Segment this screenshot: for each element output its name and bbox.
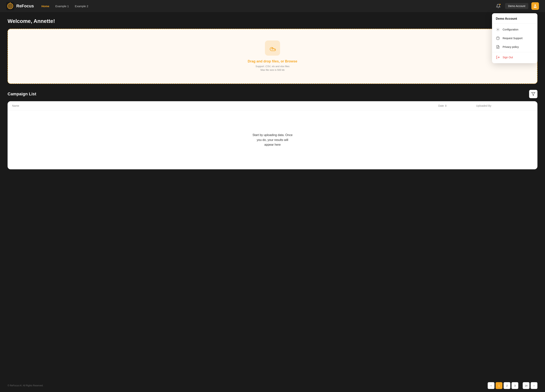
notification-dot	[499, 3, 501, 5]
svg-point-6	[497, 29, 498, 30]
account-button[interactable]: Demo Account	[505, 3, 528, 9]
signout-icon	[496, 55, 500, 59]
nav-example2[interactable]: Example 2	[75, 5, 88, 8]
col-date[interactable]: Date	[438, 104, 476, 107]
page-btn-1[interactable]: 1	[495, 382, 502, 389]
upload-cloud-icon	[269, 44, 276, 52]
brand-name: ReFocus	[16, 4, 34, 8]
campaign-title: Campaign List	[8, 92, 36, 97]
svg-point-4	[534, 5, 536, 6]
privacy-icon	[496, 45, 500, 49]
table-header: Name Date Uploaded By	[8, 101, 537, 110]
upload-heading-plain: Drag and drop files, or	[248, 59, 285, 63]
filter-button[interactable]	[529, 90, 537, 98]
dropdown-signout[interactable]: Sign Out	[492, 53, 537, 62]
svg-marker-5	[532, 92, 535, 96]
table-empty-state: Start by uploading data. Once you do, yo…	[8, 110, 537, 169]
svg-point-7	[496, 37, 500, 40]
upload-sub2: Max file size is 500 kb	[260, 68, 285, 71]
footer: © ReFocus AI. All Rights Reserved. ‹ 1 2…	[0, 379, 545, 392]
dropdown-support-label: Request Support	[503, 37, 522, 40]
col-uploaded-by: Uploaded By	[476, 104, 533, 107]
dropdown-support[interactable]: Request Support	[492, 34, 537, 43]
navbar-right: Demo Account	[495, 2, 539, 10]
upload-sub1: Support .CSV, xls and xlsx files	[255, 65, 289, 68]
col-name: Name	[12, 104, 438, 107]
dropdown-privacy-label: Privacy policy	[503, 45, 519, 49]
navbar: ReFocus Home Example 1 Example 2 Demo Ac…	[0, 0, 545, 12]
upload-browse-link[interactable]: Browse	[285, 59, 297, 63]
nav-links: Home Example 1 Example 2	[41, 5, 495, 8]
nav-home[interactable]: Home	[41, 5, 50, 8]
notification-button[interactable]	[495, 2, 502, 10]
logo-icon	[6, 2, 14, 10]
nav-example1[interactable]: Example 1	[56, 5, 69, 8]
sort-icon	[445, 105, 446, 107]
page-btn-14[interactable]: 14	[523, 382, 529, 389]
welcome-title: Welcome, Annette!	[8, 18, 537, 24]
dropdown-configuration[interactable]: Configuration	[492, 25, 537, 34]
user-avatar[interactable]	[531, 2, 539, 10]
dropdown-configuration-label: Configuration	[503, 28, 518, 31]
pagination-next[interactable]: ›	[531, 382, 537, 389]
pagination: ‹ 1 2 3 ... 14 ›	[488, 382, 537, 389]
upload-heading: Drag and drop files, or Browse	[248, 59, 297, 63]
main-content: Welcome, Annette! Drag and drop files, o…	[0, 12, 545, 379]
pagination-prev[interactable]: ‹	[488, 382, 495, 389]
dropdown-title: Demo Account	[492, 17, 537, 24]
dropdown-privacy[interactable]: Privacy policy	[492, 43, 537, 51]
page-btn-2[interactable]: 2	[504, 382, 510, 389]
user-icon	[533, 4, 537, 8]
page-btn-3[interactable]: 3	[512, 382, 518, 389]
account-dropdown: Demo Account Configuration Request Suppo…	[492, 13, 537, 63]
copyright: © ReFocus AI. All Rights Reserved.	[8, 384, 43, 387]
campaign-header: Campaign List	[8, 90, 537, 98]
svg-point-3	[10, 6, 11, 7]
campaign-table: Name Date Uploaded By Start by uploading…	[8, 101, 537, 169]
pagination-ellipsis: ...	[520, 384, 521, 387]
logo[interactable]: ReFocus	[6, 2, 34, 10]
config-icon	[496, 27, 500, 32]
dropdown-signout-label: Sign Out	[503, 56, 513, 59]
upload-zone[interactable]: Drag and drop files, or Browse Support .…	[8, 29, 537, 84]
table-empty-text: Start by uploading data. Once you do, yo…	[253, 133, 292, 147]
support-icon	[496, 36, 500, 40]
filter-icon	[531, 92, 535, 96]
upload-icon-wrapper	[265, 41, 280, 56]
